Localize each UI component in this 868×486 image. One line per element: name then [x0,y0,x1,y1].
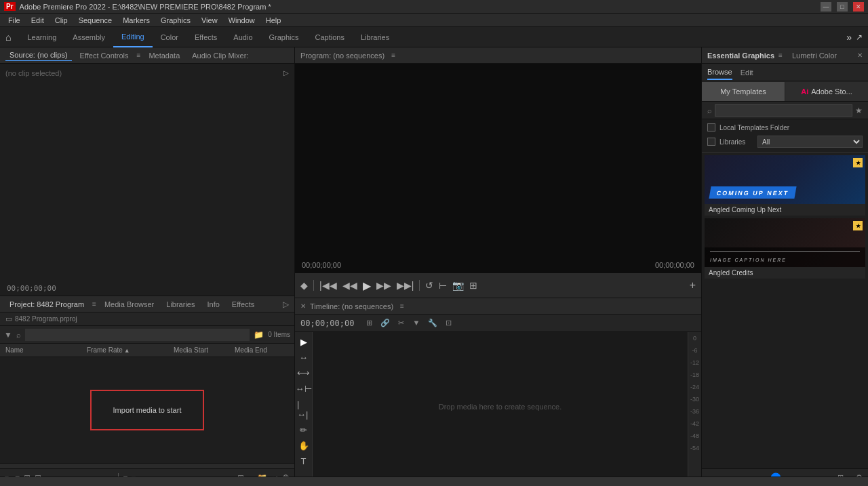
timeline-link-icon[interactable]: 🔗 [379,317,391,329]
essential-graphics-filter-buttons: My Templates Ai Adobe Sto... [702,81,868,102]
timeline-marker-icon[interactable]: ▼ [411,317,421,329]
play-button[interactable]: ▶ [363,279,371,292]
project-search-input[interactable] [25,329,250,341]
menu-sequence[interactable]: Sequence [73,15,118,26]
step-back-icon[interactable]: ◀◀ [342,280,357,291]
go-to-in-icon[interactable]: |◀◀ [319,280,337,291]
step-fwd-icon[interactable]: ▶▶ [376,280,391,291]
program-monitor: Program: (no sequences) ≡ 00;00;00;00 00… [295,47,701,298]
status-bar [0,477,868,486]
workspace-tab-assembly[interactable]: Assembly [64,27,113,47]
adobe-stock-label: Adobe Sto... [811,87,852,96]
timeline-scissors-icon[interactable]: ✂ [397,317,406,329]
workspace-tab-graphics[interactable]: Graphics [261,27,307,47]
camera-icon[interactable]: 📷 [452,280,464,291]
col-sort-icon[interactable]: ▲ [124,347,130,354]
tab-source[interactable]: Source: (no clips) [5,49,72,61]
razor-tool-icon[interactable]: ↔⊢ [294,382,314,396]
selection-tool-icon[interactable]: ▶ [298,335,309,349]
tab-effect-controls[interactable]: Effect Controls [76,50,133,61]
essential-graphics-header: Essential Graphics ≡ Lumetri Color ✕ [702,47,868,64]
add-button[interactable]: + [690,279,696,291]
timeline-close-icon[interactable]: ✕ [300,302,306,310]
favorites-icon[interactable]: ★ [855,106,863,115]
project-menu-icon[interactable]: ≡ [92,300,96,308]
tab-audio-clip-mixer[interactable]: Audio Clip Mixer: [188,50,252,61]
timeline-snap-icon[interactable]: ⊞ [365,317,374,329]
tab-effects[interactable]: Effects [228,299,258,310]
maximize-button[interactable]: □ [837,2,848,12]
pen-tool-icon[interactable]: ✏ [298,423,309,437]
project-scrollbar[interactable] [0,463,294,468]
eg-search-input[interactable] [715,104,852,117]
subtab-browse[interactable]: Browse [707,65,732,80]
project-panel-expand-icon[interactable]: ▷ [283,300,289,309]
menu-view[interactable]: View [196,15,223,26]
essential-graphics-close-icon[interactable]: ✕ [857,52,863,59]
essential-graphics-title: Essential Graphics [707,52,774,60]
import-box[interactable]: Import media to start [90,390,204,430]
libraries-checkbox[interactable] [707,138,715,146]
tab-timeline[interactable]: Timeline: (no sequences) [310,302,393,310]
hand-tool-icon[interactable]: ✋ [296,439,311,453]
menu-graphics[interactable]: Graphics [155,15,196,26]
menu-help[interactable]: Help [260,15,287,26]
workspace-tab-editing[interactable]: Editing [113,27,153,47]
add-marker-icon[interactable]: ◆ [300,280,308,291]
template-coming-up-next[interactable]: COMING UP NEXT ★ Angled Coming Up Next [705,155,865,216]
essential-graphics-filters: Local Templates Folder Libraries All [702,119,868,153]
workspace-tab-libraries[interactable]: Libraries [353,27,397,47]
menu-markers[interactable]: Markers [117,15,155,26]
no-clip-label: (no clip selected) [5,69,62,77]
workspace-tab-color[interactable]: Color [153,27,186,47]
timeline-extra-icon[interactable]: ⊡ [444,317,453,329]
menu-window[interactable]: Window [223,15,260,26]
workspace-tab-audio[interactable]: Audio [225,27,260,47]
project-filter-icon[interactable]: ▼ [4,330,12,340]
menu-file[interactable]: File [3,15,26,26]
libraries-select[interactable]: All [757,136,863,148]
clip-expand-icon[interactable]: ▷ [283,69,289,77]
template-angled-credits[interactable]: IMAGE CAPTION HERE ★ Angled Credits [705,218,865,279]
project-new-bin-icon[interactable]: 📁 [254,330,264,340]
adobe-stock-button[interactable]: Ai Adobe Sto... [785,82,868,101]
subtab-edit[interactable]: Edit [741,66,753,79]
export-icon[interactable]: ↗ [856,33,863,42]
home-icon[interactable]: ⌂ [5,32,11,43]
template-coming-up-next-preview: COMING UP NEXT ★ [705,155,865,204]
timeline-drop-area[interactable]: Drop media here to create sequence. [313,332,688,481]
lumetri-color-tab[interactable]: Lumetri Color [792,52,837,60]
minimize-button[interactable]: — [821,2,831,12]
go-to-out-icon[interactable]: ▶▶| [397,280,414,291]
loop-icon[interactable]: ↺ [425,280,433,291]
tab-info[interactable]: Info [203,299,223,310]
workspace-more-icon[interactable]: » [846,32,852,43]
import-area: Import media to start [0,357,294,463]
close-button[interactable]: ✕ [853,2,864,12]
local-templates-checkbox[interactable] [707,123,715,131]
workspace-tab-effects[interactable]: Effects [186,27,225,47]
tab-libraries[interactable]: Libraries [162,299,199,310]
ripple-edit-icon[interactable]: ⟷ [295,366,312,380]
essential-graphics-menu-icon[interactable]: ≡ [778,52,783,59]
tab-media-browser[interactable]: Media Browser [100,299,158,310]
tab-metadata[interactable]: Metadata [144,50,184,61]
timeline-menu-icon[interactable]: ≡ [400,302,404,310]
type-tool-icon[interactable]: T [299,454,309,468]
effect-controls-menu-icon[interactable]: ≡ [137,52,141,59]
tab-project[interactable]: Project: 8482 Program [5,299,88,310]
menu-edit[interactable]: Edit [26,15,50,26]
trim-in-icon[interactable]: ⊢ [439,280,447,291]
program-timecode-left: 00;00;00;00 [302,261,341,269]
my-templates-button[interactable]: My Templates [702,82,785,101]
menu-clip[interactable]: Clip [50,15,73,26]
local-templates-label: Local Templates Folder [719,124,789,131]
workspace-tab-learning[interactable]: Learning [19,27,64,47]
track-select-icon[interactable]: ↔ [297,350,310,365]
export-icon[interactable]: ⊞ [469,280,477,291]
tab-program[interactable]: Program: (no sequences) [300,52,384,60]
program-monitor-menu-icon[interactable]: ≡ [391,52,395,59]
slip-tool-icon[interactable]: |↔| [295,397,312,422]
workspace-tab-captions[interactable]: Captions [307,27,353,47]
timeline-wrench-icon[interactable]: 🔧 [427,317,439,329]
